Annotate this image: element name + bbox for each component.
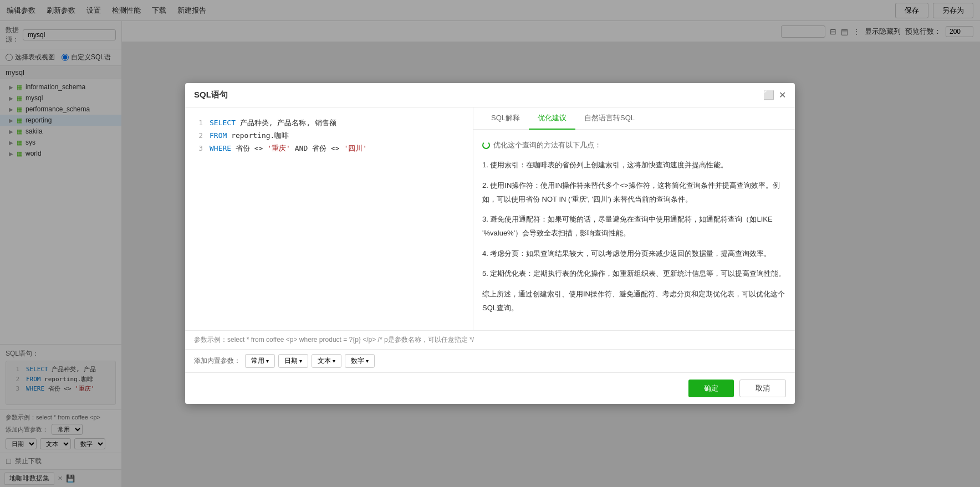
modal-body: 1 SELECT 产品种类, 产品名称, 销售额 2 FROM reportin… bbox=[185, 107, 795, 331]
loading-text: 优化这个查询的方法有以下几点： bbox=[493, 139, 601, 152]
ai-paragraph-6: 综上所述，通过创建索引、使用IN操作符、避免通配符、考虑分页和定期优化表，可以优… bbox=[482, 288, 786, 315]
line-number: 1 bbox=[194, 116, 203, 129]
modal-action-btns: 确定 取消 bbox=[185, 372, 795, 404]
sql-editor-pane[interactable]: 1 SELECT 产品种类, 产品名称, 销售额 2 FROM reportin… bbox=[185, 107, 473, 331]
modal-minimize-btn[interactable]: ⬜ bbox=[763, 90, 774, 100]
modal-footer-hint: 参数示例：select * from coffee <p> where prod… bbox=[185, 330, 795, 349]
chevron-down-icon: ▾ bbox=[333, 358, 335, 364]
ai-paragraph-4: 4. 考虑分页：如果查询结果较大，可以考虑使用分页来减少返回的数据量，提高查询效… bbox=[482, 247, 786, 261]
ai-paragraph-1: 1. 使用索引：在咖啡表的省份列上创建索引，这将加快查询速度并提高性能。 bbox=[482, 158, 786, 172]
loading-spinner bbox=[482, 141, 490, 149]
ai-paragraph-2: 2. 使用IN操作符：使用IN操作符来替代多个<>操作符，这将简化查询条件并提高… bbox=[482, 179, 786, 206]
cancel-button[interactable]: 取消 bbox=[739, 380, 786, 397]
modal-header: SQL语句 ⬜ ✕ bbox=[185, 83, 795, 107]
param-btn-常用[interactable]: 常用 ▾ bbox=[245, 354, 275, 368]
modal-controls: ⬜ ✕ bbox=[763, 90, 786, 100]
sql-line-2: 2 FROM reporting.咖啡 bbox=[194, 129, 464, 142]
ai-content: 优化这个查询的方法有以下几点：1. 使用索引：在咖啡表的省份列上创建索引，这将加… bbox=[473, 130, 795, 331]
param-btn-数字[interactable]: 数字 ▾ bbox=[345, 354, 375, 368]
modal-overlay: SQL语句 ⬜ ✕ 1 SELECT 产品种类, 产品名称, 销售额 2 FRO… bbox=[0, 0, 980, 487]
chevron-down-icon: ▾ bbox=[299, 358, 302, 364]
ai-tab-explain[interactable]: SQL解释 bbox=[482, 107, 529, 130]
param-btn-文本[interactable]: 文本 ▾ bbox=[312, 354, 341, 368]
modal-param-label: 添加内置参数： bbox=[194, 356, 241, 366]
modal-param-bar: 添加内置参数： 常用 ▾日期 ▾文本 ▾数字 ▾ bbox=[185, 349, 795, 372]
sql-keyword: SELECT bbox=[210, 119, 236, 127]
ai-paragraph-3: 3. 避免使用通配符：如果可能的话，尽量避免在查询中使用通配符，如通配符查询（如… bbox=[482, 213, 786, 240]
ai-tabs: SQL解释优化建议自然语言转SQL bbox=[473, 107, 795, 130]
sql-dialog: SQL语句 ⬜ ✕ 1 SELECT 产品种类, 产品名称, 销售额 2 FRO… bbox=[185, 83, 795, 404]
sql-keyword: WHERE bbox=[210, 144, 231, 152]
modal-title: SQL语句 bbox=[194, 90, 228, 100]
chevron-down-icon: ▾ bbox=[266, 358, 269, 364]
param-btn-日期[interactable]: 日期 ▾ bbox=[278, 354, 308, 368]
chevron-down-icon: ▾ bbox=[366, 358, 369, 364]
sql-line-3: 3 WHERE 省份 <> '重庆' AND 省份 <> '四川' bbox=[194, 142, 464, 155]
ai-tab-nl2sql[interactable]: 自然语言转SQL bbox=[575, 107, 644, 130]
line-number: 2 bbox=[194, 129, 203, 142]
ai-tab-optimize[interactable]: 优化建议 bbox=[529, 107, 575, 130]
confirm-button[interactable]: 确定 bbox=[688, 380, 734, 397]
sql-keyword: FROM bbox=[210, 131, 227, 140]
sql-line-1: 1 SELECT 产品种类, 产品名称, 销售额 bbox=[194, 116, 464, 129]
ai-pane: SQL解释优化建议自然语言转SQL 优化这个查询的方法有以下几点：1. 使用索引… bbox=[473, 107, 795, 331]
ai-loading: 优化这个查询的方法有以下几点： bbox=[482, 139, 786, 152]
ai-paragraph-5: 5. 定期优化表：定期执行表的优化操作，如重新组织表、更新统计信息等，可以提高查… bbox=[482, 267, 786, 281]
modal-close-btn[interactable]: ✕ bbox=[779, 90, 786, 100]
line-number: 3 bbox=[194, 142, 203, 155]
